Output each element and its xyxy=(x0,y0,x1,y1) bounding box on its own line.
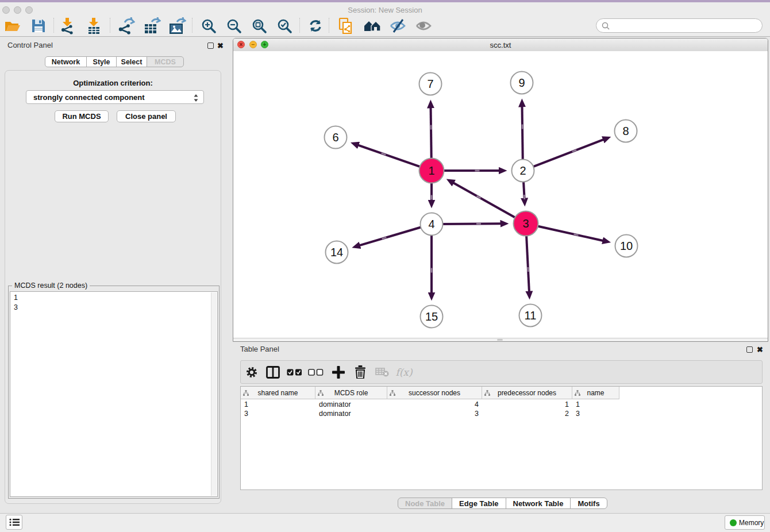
network-window-bottom-edge xyxy=(233,338,768,341)
clone-network-icon[interactable] xyxy=(337,17,356,34)
open-session-icon[interactable] xyxy=(3,17,22,34)
toolbar-separator xyxy=(192,18,192,33)
search-icon xyxy=(602,22,610,30)
graph-node-label: 2 xyxy=(519,164,526,177)
tab-motifs[interactable]: Motifs xyxy=(570,498,607,509)
save-session-icon[interactable] xyxy=(29,17,48,34)
toolbar-separator xyxy=(53,18,54,33)
column-header-predecessor-nodes[interactable]: predecessor nodes xyxy=(482,387,572,399)
select-all-icon[interactable] xyxy=(284,361,304,383)
status-bar xyxy=(0,513,770,532)
memory-status-dot xyxy=(730,519,737,526)
tab-node-table[interactable]: Node Table xyxy=(398,498,452,509)
memory-label: Memory xyxy=(739,519,764,527)
edge-midpoint-mark xyxy=(431,268,433,273)
cell: 1 xyxy=(572,400,619,409)
graph-node-label: 8 xyxy=(622,125,629,137)
table-row[interactable]: 3dominator323 xyxy=(241,409,619,418)
column-type-icon xyxy=(318,390,324,396)
column-type-icon xyxy=(484,390,490,396)
optimization-dropdown[interactable]: strongly connected component xyxy=(26,90,204,104)
tab-network[interactable]: Network xyxy=(45,56,87,67)
column-header-shared-name[interactable]: shared name xyxy=(241,387,315,399)
column-type-icon xyxy=(243,390,249,396)
graph-edge-4-14[interactable] xyxy=(360,227,421,245)
control-panel-float-button[interactable] xyxy=(207,43,214,49)
graph-edge-2-8[interactable] xyxy=(533,140,603,167)
table-header: shared nameMCDS rolesuccessor nodesprede… xyxy=(241,387,619,399)
graph-edge-3-1[interactable] xyxy=(453,183,515,218)
export-network-icon[interactable] xyxy=(116,17,136,34)
add-column-icon[interactable] xyxy=(329,361,348,383)
network-window-title: scc.txt xyxy=(233,41,768,49)
table-panel-close-button[interactable]: ✖ xyxy=(757,346,763,353)
network-canvas[interactable]: 7968124314101511 xyxy=(233,51,768,338)
delete-column-icon[interactable] xyxy=(351,361,370,383)
graph-node-label: 14 xyxy=(330,246,343,259)
task-history-button[interactable] xyxy=(6,515,22,530)
close-panel-button[interactable]: Close panel xyxy=(117,110,176,122)
table-panel-title: Table Panel xyxy=(240,345,279,353)
column-header-MCDS-role[interactable]: MCDS role xyxy=(315,387,387,399)
export-image-icon[interactable] xyxy=(167,17,187,34)
tab-edge-table[interactable]: Edge Table xyxy=(452,498,506,509)
mcds-result-textarea[interactable]: 1 3 xyxy=(10,291,218,497)
table-settings-icon[interactable] xyxy=(242,361,261,383)
zoom-selected-icon[interactable] xyxy=(275,17,294,34)
edge-midpoint-mark xyxy=(523,195,525,199)
network-window-titlebar[interactable]: × − + scc.txt xyxy=(233,38,768,52)
graph-edge-1-7[interactable] xyxy=(431,107,432,159)
tab-network-table[interactable]: Network Table xyxy=(506,498,571,509)
control-panel-title: Control Panel xyxy=(7,41,53,49)
table-row[interactable]: 1dominator411 xyxy=(241,400,619,409)
tab-select[interactable]: Select xyxy=(116,56,147,67)
show-view-icon[interactable] xyxy=(414,17,433,34)
column-header-name[interactable]: name xyxy=(572,387,619,399)
cell: 1 xyxy=(482,400,572,409)
tab-mcds[interactable]: MCDS xyxy=(147,56,184,67)
toolbar-separator xyxy=(329,18,329,33)
zoom-out-icon[interactable] xyxy=(224,17,244,34)
mcds-result-title: MCDS result (2 nodes) xyxy=(12,282,90,290)
graph-edge-3-10[interactable] xyxy=(537,226,603,241)
graph-node-label: 15 xyxy=(425,310,438,323)
optimization-dropdown-value: strongly connected component xyxy=(33,93,145,102)
control-panel-tabs: Network Style Select MCDS xyxy=(45,56,184,67)
tab-style[interactable]: Style xyxy=(86,56,117,67)
edge-midpoint-mark xyxy=(476,223,481,225)
zoom-fit-icon[interactable] xyxy=(249,17,269,34)
memory-button[interactable]: Memory xyxy=(725,515,765,530)
import-table-icon[interactable] xyxy=(84,17,103,34)
column-type-icon xyxy=(575,390,580,396)
refresh-icon[interactable] xyxy=(306,17,325,34)
graph-edge-4-3[interactable] xyxy=(442,223,500,224)
edge-midpoint-mark xyxy=(430,125,432,129)
function-builder-icon[interactable]: f(x) xyxy=(394,361,414,383)
graph-edge-1-6[interactable] xyxy=(358,145,420,167)
column-header-successor-nodes[interactable]: successor nodes xyxy=(387,387,482,399)
run-mcds-button[interactable]: Run MCDS xyxy=(55,110,109,122)
graph-node-label: 11 xyxy=(525,309,537,322)
delete-table-icon[interactable] xyxy=(372,361,392,383)
graph-edge-2-9[interactable] xyxy=(522,106,523,160)
zoom-in-icon[interactable] xyxy=(199,17,218,34)
search-input[interactable] xyxy=(613,20,759,32)
mcds-result-scrollbar[interactable] xyxy=(211,292,217,496)
deselect-all-icon[interactable] xyxy=(306,361,325,383)
graph-node-label: 4 xyxy=(428,218,434,230)
network-resize-handle[interactable] xyxy=(497,339,503,341)
graph-node-label: 3 xyxy=(522,217,529,230)
node-table: shared nameMCDS rolesuccessor nodesprede… xyxy=(240,386,763,490)
hide-selected-icon[interactable] xyxy=(388,17,407,34)
graph-node-label: 10 xyxy=(620,240,633,252)
import-network-icon[interactable] xyxy=(57,17,77,34)
table-panel-float-button[interactable] xyxy=(746,346,753,353)
cell: 3 xyxy=(572,409,619,418)
network-view-window: × − + scc.txt 7968124314101511 xyxy=(233,38,768,342)
control-panel-close-button[interactable]: ✖ xyxy=(217,42,224,49)
window-title: Session: New Session xyxy=(0,6,770,14)
show-all-icon[interactable] xyxy=(363,17,382,34)
graph-edge-3-11[interactable] xyxy=(526,235,529,291)
table-columns-icon[interactable] xyxy=(263,361,283,383)
export-table-icon[interactable] xyxy=(142,17,161,34)
